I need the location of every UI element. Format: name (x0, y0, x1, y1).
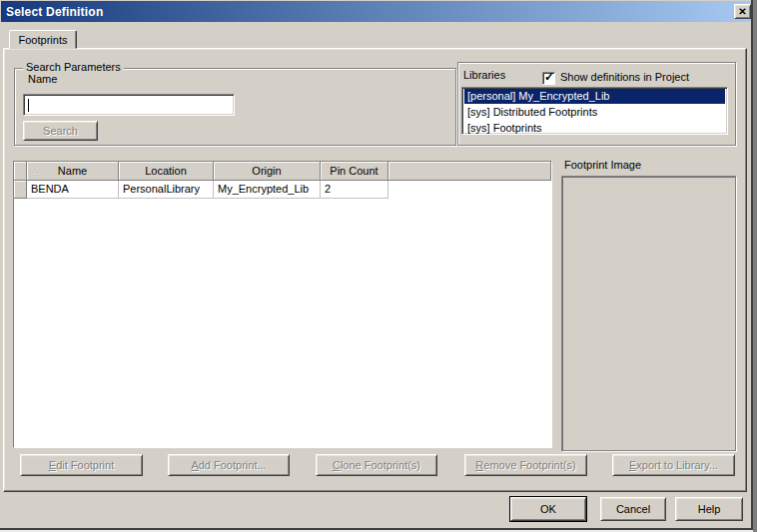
clone-footprint-button[interactable]: Clone Footprint(s) (316, 454, 437, 476)
add-footprint-button[interactable]: Add Footprint... (168, 454, 290, 476)
cancel-button[interactable]: Cancel (600, 497, 666, 521)
name-label: Name (28, 73, 57, 85)
tab-footprints-label: Footprints (19, 34, 68, 46)
cell-name[interactable]: BENDA (27, 181, 119, 199)
remove-footprint-label: Remove Footprint(s) (465, 459, 586, 471)
search-parameters-group-label: Search Parameters (23, 61, 124, 73)
header-cell-location[interactable]: Location (119, 162, 214, 181)
header-cell-pin-count[interactable]: Pin Count (321, 162, 388, 181)
cell-origin[interactable]: My_Encrypted_Lib (214, 181, 321, 199)
table-row[interactable]: BENDA PersonalLibrary My_Encrypted_Lib 2 (14, 181, 551, 199)
header-cell-origin[interactable]: Origin (214, 162, 321, 181)
export-to-library-button[interactable]: Export to Library... (612, 454, 735, 476)
header-location-label: Location (145, 165, 187, 177)
name-input[interactable] (27, 98, 231, 113)
sort-ascending-icon: △ (33, 162, 41, 180)
footprint-image-label: Footprint Image (564, 159, 641, 171)
header-cell-filler (388, 162, 551, 181)
help-button-label: Help (676, 503, 742, 515)
ok-button[interactable]: OK (510, 497, 586, 521)
search-button[interactable]: Search (23, 121, 98, 141)
tab-footprints[interactable]: Footprints (9, 30, 77, 49)
cell-filler (388, 181, 551, 199)
name-input-box (23, 94, 235, 116)
show-definitions-checkbox-label[interactable]: Show definitions in Project (560, 71, 689, 83)
edit-footprint-label: Edit Footprint (21, 459, 142, 471)
library-list-item[interactable]: [sys] Footprints (464, 121, 725, 135)
cell-location[interactable]: PersonalLibrary (119, 181, 214, 199)
help-button[interactable]: Help (675, 497, 743, 521)
cancel-button-label: Cancel (601, 503, 665, 515)
table-header-row: △ Name Location Origin Pin Count (14, 162, 551, 181)
window-edge-right-gray (753, 0, 757, 532)
library-list-item[interactable]: [sys] Distributed Footprints (464, 105, 725, 120)
header-name-label: Name (58, 165, 87, 177)
header-origin-label: Origin (252, 165, 281, 177)
show-definitions-checkbox[interactable]: ✓ (542, 72, 555, 85)
header-cell-selector (14, 162, 27, 181)
row-selector-cell[interactable] (14, 181, 27, 199)
checkmark-icon: ✓ (544, 70, 554, 84)
footprint-image-panel (561, 176, 736, 451)
clone-footprint-label: Clone Footprint(s) (317, 459, 436, 471)
export-to-library-label: Export to Library... (613, 459, 734, 471)
titlebar: Select Definition (1, 1, 751, 22)
close-button[interactable]: ✕ (734, 4, 751, 19)
close-icon: ✕ (738, 6, 746, 17)
libraries-label: Libraries (463, 69, 505, 81)
table-empty-area (14, 199, 551, 447)
libraries-listbox: [personal] My_Encrypted_Lib [sys] Distri… (461, 87, 728, 135)
screen: Select Definition ✕ Footprints Search Pa… (0, 0, 757, 532)
search-button-label: Search (24, 125, 97, 137)
header-pin-count-label: Pin Count (330, 165, 378, 177)
cell-pin-count[interactable]: 2 (321, 181, 388, 199)
remove-footprint-button[interactable]: Remove Footprint(s) (464, 454, 587, 476)
ok-button-label: OK (511, 503, 585, 515)
edit-footprint-button[interactable]: Edit Footprint (20, 454, 143, 476)
add-footprint-label: Add Footprint... (169, 459, 289, 471)
library-list-item[interactable]: [personal] My_Encrypted_Lib (464, 89, 725, 104)
window-title: Select Definition (1, 5, 103, 19)
definitions-table: △ Name Location Origin Pin Count BENDA P… (13, 161, 552, 448)
header-cell-name[interactable]: △ Name (27, 162, 119, 181)
